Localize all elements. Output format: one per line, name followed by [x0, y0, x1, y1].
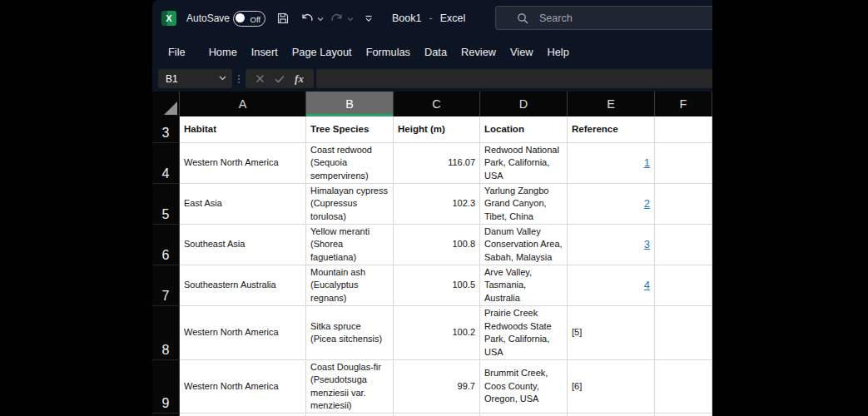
- excel-app-icon[interactable]: X: [161, 11, 176, 26]
- cell-A6[interactable]: Southeast Asia: [180, 225, 306, 265]
- cell-D5[interactable]: Yarlung Zangbo Grand Canyon, Tibet, Chin…: [480, 184, 568, 225]
- ribbon-tab-insert[interactable]: Insert: [251, 46, 278, 58]
- name-box-chevron-down-icon[interactable]: [219, 76, 226, 81]
- column-header-E[interactable]: E: [568, 92, 655, 116]
- cell-B4[interactable]: Coast redwood (Sequoia sempervirens): [306, 143, 394, 184]
- cell-D4[interactable]: Redwood National Park, California, USA: [480, 143, 568, 184]
- cancel-icon[interactable]: [255, 74, 265, 83]
- cell-F9[interactable]: [655, 360, 712, 414]
- ribbon-tab-view[interactable]: View: [510, 46, 533, 58]
- desktop-background: X AutoSave Off: [0, 0, 868, 416]
- autosave-label: AutoSave: [186, 12, 230, 24]
- formula-input[interactable]: [316, 69, 712, 88]
- app-name: Excel: [440, 12, 466, 24]
- cell-C9[interactable]: 99.7: [394, 360, 480, 414]
- cell-C3[interactable]: Height (m): [394, 116, 480, 143]
- undo-icon[interactable]: [300, 11, 315, 26]
- cell-D3[interactable]: Location: [480, 116, 568, 143]
- redo-dropdown-chevron-icon[interactable]: [346, 16, 354, 22]
- row-header-8[interactable]: 8: [152, 306, 180, 360]
- title-separator: -: [429, 12, 432, 24]
- row-header-3[interactable]: 3: [152, 116, 180, 143]
- column-header-B[interactable]: B: [306, 92, 394, 116]
- search-placeholder: Search: [539, 12, 573, 24]
- insert-function-icon[interactable]: fx: [295, 72, 304, 86]
- cell-A9[interactable]: Western North America: [180, 360, 306, 414]
- ribbon-tab-data[interactable]: Data: [424, 46, 447, 58]
- column-header-A[interactable]: A: [180, 92, 306, 116]
- cell-E3[interactable]: Reference: [568, 116, 655, 143]
- name-box[interactable]: B1: [158, 69, 232, 88]
- row-header-7[interactable]: 7: [152, 265, 180, 306]
- formula-bar-separator-dots-icon: [236, 70, 242, 88]
- save-icon[interactable]: [275, 11, 290, 26]
- cell-F6[interactable]: [655, 225, 712, 265]
- ribbon-tab-page-layout[interactable]: Page Layout: [292, 46, 352, 58]
- cell-F8[interactable]: [655, 306, 712, 360]
- cell-E5[interactable]: 2: [568, 184, 655, 225]
- redo-icon[interactable]: [330, 11, 345, 26]
- cell-A5[interactable]: East Asia: [180, 184, 306, 225]
- select-all-corner[interactable]: [152, 92, 180, 116]
- cell-E8[interactable]: [5]: [568, 306, 655, 360]
- ribbon-tab-review[interactable]: Review: [461, 46, 496, 58]
- title-bar: X AutoSave Off: [152, 0, 712, 37]
- cell-F4[interactable]: [655, 143, 712, 184]
- cell-F3[interactable]: [655, 116, 712, 143]
- cell-D7[interactable]: Arve Valley, Tasmania, Australia: [480, 265, 568, 306]
- cell-E6[interactable]: 3: [568, 225, 655, 265]
- search-icon: [517, 12, 528, 24]
- customize-quick-access-toolbar-icon[interactable]: [361, 11, 376, 26]
- cell-D9[interactable]: Brummit Creek, Coos County, Oregon, USA: [480, 360, 568, 414]
- cell-B8[interactable]: Sitka spruce (Picea sitchensis): [306, 306, 394, 360]
- cell-B5[interactable]: Himalayan cypress (Cupressus torulosa): [306, 184, 394, 225]
- cell-B3[interactable]: Tree Species: [306, 116, 394, 143]
- ribbon-tab-file[interactable]: File: [168, 46, 186, 58]
- cell-C5[interactable]: 102.3: [394, 184, 480, 225]
- row-header-4[interactable]: 4: [152, 143, 180, 184]
- cell-D6[interactable]: Danum Valley Conservation Area, Sabah, M…: [480, 225, 568, 265]
- autosave-toggle-knob: [236, 13, 245, 22]
- select-all-triangle-icon: [164, 102, 177, 115]
- window-title: Book1 - Excel: [392, 12, 465, 24]
- row-header-5[interactable]: 5: [152, 184, 180, 225]
- column-header-F[interactable]: F: [655, 92, 712, 116]
- ribbon-tab-home[interactable]: Home: [209, 46, 237, 58]
- cell-B7[interactable]: Mountain ash (Eucalyptus regnans): [306, 265, 394, 306]
- column-header-C[interactable]: C: [394, 92, 480, 116]
- enter-check-icon[interactable]: [275, 75, 285, 83]
- cell-A8[interactable]: Western North America: [180, 306, 306, 360]
- cell-E4[interactable]: 1: [568, 143, 655, 184]
- workbook-name: Book1: [392, 12, 421, 24]
- cell-E9[interactable]: [6]: [568, 360, 655, 414]
- spreadsheet-grid: ABCDEF3HabitatTree SpeciesHeight (m)Loca…: [152, 92, 712, 416]
- ribbon-tab-help[interactable]: Help: [548, 46, 569, 58]
- cell-A3[interactable]: Habitat: [180, 116, 306, 143]
- ribbon-tab-bar: FileHomeInsertPage LayoutFormulasDataRev…: [152, 37, 712, 67]
- cell-D8[interactable]: Prairie Creek Redwoods State Park, Calif…: [480, 306, 568, 360]
- name-box-value: B1: [166, 73, 178, 85]
- cell-F7[interactable]: [655, 265, 712, 306]
- row-header-6[interactable]: 6: [152, 225, 180, 265]
- formula-bar-buttons: fx: [246, 69, 314, 88]
- cell-B6[interactable]: Yellow meranti (Shorea faguetiana): [306, 225, 394, 265]
- cell-C8[interactable]: 100.2: [394, 306, 480, 360]
- search-input[interactable]: Search: [495, 6, 712, 30]
- cell-E7[interactable]: 4: [568, 265, 655, 306]
- cell-A7[interactable]: Southeastern Australia: [180, 265, 306, 306]
- cell-F5[interactable]: [655, 184, 712, 225]
- cell-C4[interactable]: 116.07: [394, 143, 480, 184]
- cell-C7[interactable]: 100.5: [394, 265, 480, 306]
- cell-C6[interactable]: 100.8: [394, 225, 480, 265]
- formula-bar-row: B1 fx: [152, 67, 712, 92]
- excel-window: X AutoSave Off: [152, 0, 712, 416]
- row-header-9[interactable]: 9: [152, 360, 180, 414]
- column-header-D[interactable]: D: [480, 92, 568, 116]
- cell-A4[interactable]: Western North America: [180, 143, 306, 184]
- undo-dropdown-chevron-icon[interactable]: [316, 16, 324, 22]
- ribbon-tab-formulas[interactable]: Formulas: [366, 46, 410, 58]
- cell-B9[interactable]: Coast Douglas-fir (Pseudotsuga menziesii…: [306, 360, 394, 414]
- autosave-toggle[interactable]: Off: [233, 11, 265, 27]
- autosave-state-label: Off: [250, 14, 261, 23]
